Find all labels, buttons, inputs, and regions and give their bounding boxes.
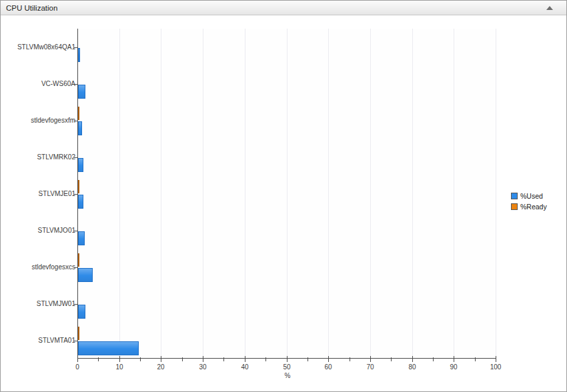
x-axis-major-tick (412, 356, 413, 362)
y-axis-category-label: STLVMJW01 (6, 300, 75, 307)
y-axis-category-label: VC-WS60A (6, 80, 75, 87)
x-axis-tick-label: 20 (149, 363, 172, 371)
bar-used[interactable] (78, 341, 139, 355)
x-axis-minor-tick (308, 357, 308, 361)
x-axis-major-tick (161, 356, 161, 362)
x-axis-major-tick (328, 356, 329, 362)
collapse-up-icon (546, 6, 553, 10)
legend-item: %Ready (511, 203, 547, 211)
y-axis-category-label: stldevfogesxfm (6, 117, 75, 124)
gridline (412, 29, 413, 358)
x-axis-minor-tick (475, 357, 476, 361)
gridline (370, 29, 371, 358)
y-axis-category-label: STLVMJO01 (6, 227, 75, 234)
bar-used[interactable] (78, 121, 82, 135)
gridline (496, 29, 496, 358)
legend-swatch-icon (511, 193, 518, 199)
x-axis-major-tick (454, 356, 454, 362)
legend-swatch-icon (511, 203, 518, 210)
bar-used[interactable] (78, 305, 85, 319)
gridline (287, 29, 288, 358)
collapse-button[interactable] (545, 3, 554, 13)
x-axis-minor-tick (182, 357, 183, 361)
bar-ready[interactable] (78, 327, 79, 340)
x-axis-tick-label: 0 (66, 363, 89, 371)
gridline (245, 29, 245, 358)
bar-ready[interactable] (78, 107, 79, 120)
x-axis-minor-tick (433, 357, 434, 361)
x-axis-tick-label: 90 (442, 363, 465, 371)
x-axis-minor-tick (223, 357, 224, 361)
x-axis-major-tick (370, 356, 371, 362)
bar-used[interactable] (78, 48, 80, 62)
gridline (161, 29, 161, 358)
chart-legend: %Used%Ready (511, 192, 547, 213)
panel-header: CPU Utilization (1, 1, 566, 15)
bar-used[interactable] (78, 231, 85, 245)
y-axis-category-label: STLVMRK02 (6, 153, 75, 161)
x-axis-major-tick (77, 356, 78, 362)
x-axis-major-tick (496, 356, 496, 362)
x-axis-tick-label: 70 (359, 363, 382, 371)
x-axis-tick-label: 50 (275, 363, 298, 371)
x-axis-minor-tick (140, 357, 141, 361)
chart-area: STLVMw08x64QA1VC-WS60AstldevfogesxfmSTLV… (1, 16, 566, 391)
x-axis-minor-tick (98, 357, 99, 361)
x-axis-minor-tick (265, 357, 266, 361)
x-axis-tick-label: 60 (317, 363, 340, 371)
gridline (203, 29, 203, 358)
panel-title: CPU Utilization (6, 4, 57, 12)
x-axis-minor-tick (350, 357, 350, 361)
x-axis-tick-label: 40 (233, 363, 256, 371)
plot-area (77, 29, 496, 359)
y-axis-category-label: STLVMJE01 (6, 190, 75, 197)
x-axis-unit-label: % (285, 372, 291, 379)
bar-ready[interactable] (78, 253, 79, 267)
bar-used[interactable] (78, 195, 83, 209)
x-axis-tick-label: 10 (108, 363, 131, 371)
bar-used[interactable] (78, 85, 85, 99)
bar-ready[interactable] (78, 180, 79, 193)
x-axis-major-tick (119, 356, 120, 362)
legend-label: %Ready (520, 203, 547, 211)
gridline (454, 29, 454, 358)
bar-used[interactable] (78, 268, 93, 282)
x-axis-major-tick (245, 356, 245, 362)
legend-item: %Used (511, 192, 547, 200)
x-axis-minor-tick (391, 357, 392, 361)
x-axis-major-tick (287, 356, 288, 362)
x-axis-tick-label: 80 (401, 363, 424, 371)
gridline (119, 29, 120, 358)
y-axis-category-label: STLVMTA01 (6, 337, 75, 344)
bar-used[interactable] (78, 158, 83, 172)
cpu-utilization-panel: CPU Utilization STLVMw08x64QA1VC-WS60Ast… (0, 0, 567, 392)
x-axis-tick-label: 30 (191, 363, 214, 371)
gridline (328, 29, 329, 358)
x-axis-major-tick (203, 356, 203, 362)
y-axis-category-label: STLVMw08x64QA1 (6, 43, 75, 51)
legend-label: %Used (520, 192, 543, 200)
y-axis-category-label: stldevfogesxcs (6, 263, 75, 271)
x-axis-tick-label: 100 (484, 363, 507, 371)
